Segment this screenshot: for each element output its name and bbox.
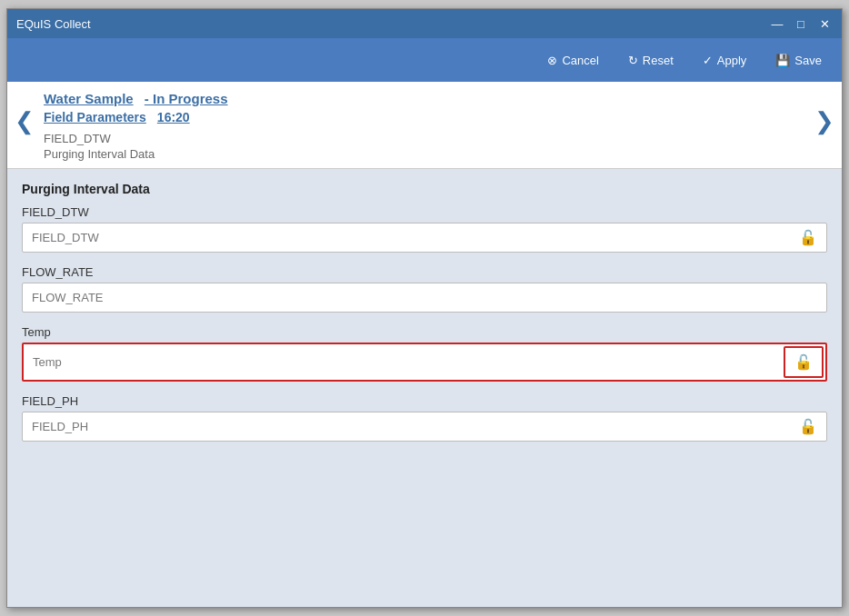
field-input-field-ph[interactable] xyxy=(23,412,790,441)
field-label-field-ph: FIELD_PH xyxy=(22,394,827,408)
save-icon: 💾 xyxy=(775,54,790,67)
field-parameters-link[interactable]: Field Parameters xyxy=(44,110,146,124)
minimize-button[interactable]: — xyxy=(769,15,785,32)
lock-icon-btn-field-ph[interactable]: 🔓 xyxy=(790,412,826,441)
purging-interval-breadcrumb: Purging Interval Data xyxy=(44,147,805,161)
lock-open-icon-ph: 🔓 xyxy=(799,418,817,435)
breadcrumb-row1: Water Sample - In Progress xyxy=(44,91,805,106)
lock-icon-btn-field-dtw[interactable]: 🔓 xyxy=(790,224,826,252)
breadcrumb-row3: FIELD_DTW Purging Interval Data xyxy=(44,132,805,168)
field-label-field-dtw: FIELD_DTW xyxy=(22,205,827,219)
field-input-flow-rate[interactable] xyxy=(23,283,826,312)
field-input-wrapper-field-ph: 🔓 xyxy=(22,412,827,442)
breadcrumb-separator xyxy=(137,91,141,106)
reset-button[interactable]: ↻ Reset xyxy=(621,50,681,71)
window-controls: — □ ✕ xyxy=(769,15,833,32)
apply-icon: ✓ xyxy=(703,54,713,67)
reset-label: Reset xyxy=(643,54,674,67)
main-window: EQuIS Collect — □ ✕ ⊗ Cancel ↻ Reset ✓ A… xyxy=(6,8,843,608)
prev-arrow-button[interactable]: ❮ xyxy=(15,109,35,133)
lock-open-icon: 🔓 xyxy=(799,229,817,246)
save-button[interactable]: 💾 Save xyxy=(768,50,829,71)
field-group-field-ph: FIELD_PH 🔓 xyxy=(22,394,827,442)
field-input-wrapper-flow-rate xyxy=(22,283,827,313)
field-input-wrapper-temp: 🔓 xyxy=(22,343,827,382)
maximize-button[interactable]: □ xyxy=(793,15,809,32)
field-input-wrapper-field-dtw: 🔓 xyxy=(22,223,827,253)
title-bar: EQuIS Collect — □ ✕ xyxy=(7,9,842,38)
section-title: Purging Interval Data xyxy=(22,182,827,196)
field-group-temp: Temp 🔓 xyxy=(22,325,827,382)
lock-open-icon-temp: 🔓 xyxy=(794,353,813,371)
close-button[interactable]: ✕ xyxy=(816,15,833,32)
apply-label: Apply xyxy=(717,54,747,67)
reset-icon: ↻ xyxy=(628,54,638,67)
cancel-icon: ⊗ xyxy=(547,54,557,67)
in-progress-link[interactable]: - In Progress xyxy=(145,91,228,106)
field-dtw-breadcrumb: FIELD_DTW xyxy=(44,132,805,145)
breadcrumb-row2: Field Parameters 16:20 xyxy=(44,110,805,124)
lock-icon-btn-temp[interactable]: 🔓 xyxy=(784,346,824,378)
cancel-label: Cancel xyxy=(562,54,598,67)
field-group-flow-rate: FLOW_RATE xyxy=(22,265,827,313)
field-input-temp[interactable] xyxy=(24,348,782,376)
next-arrow-button[interactable]: ❯ xyxy=(814,109,834,133)
app-title: EQuIS Collect xyxy=(16,17,91,31)
cancel-button[interactable]: ⊗ Cancel xyxy=(540,50,605,71)
content-area: Purging Interval Data FIELD_DTW 🔓 FLOW_R… xyxy=(7,169,842,607)
toolbar: ⊗ Cancel ↻ Reset ✓ Apply 💾 Save xyxy=(7,38,842,82)
field-input-field-dtw[interactable] xyxy=(23,224,790,252)
water-sample-link[interactable]: Water Sample xyxy=(44,91,134,106)
breadcrumb-area: Water Sample - In Progress Field Paramet… xyxy=(7,82,842,169)
field-label-temp: Temp xyxy=(22,325,827,339)
field-group-field-dtw: FIELD_DTW 🔓 xyxy=(22,205,827,253)
apply-button[interactable]: ✓ Apply xyxy=(695,50,754,71)
save-label: Save xyxy=(794,54,822,67)
field-label-flow-rate: FLOW_RATE xyxy=(22,265,827,279)
time-link[interactable]: 16:20 xyxy=(157,110,190,124)
